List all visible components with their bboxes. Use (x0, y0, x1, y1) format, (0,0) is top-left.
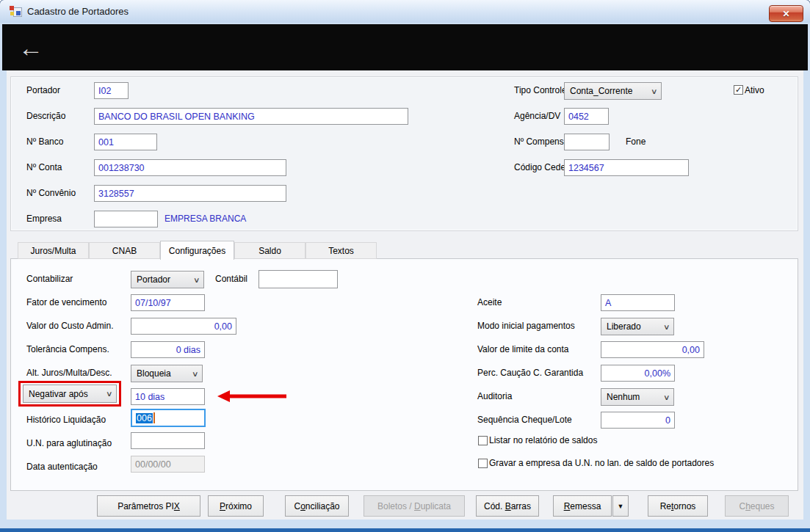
contabilizar-select[interactable]: Portador ∨ (131, 271, 204, 288)
limite-conta-input[interactable]: 0,00 (601, 341, 704, 358)
chevron-down-icon: ∨ (663, 393, 670, 401)
empresa-label: Empresa (26, 211, 62, 227)
annotation-arrow (217, 389, 287, 404)
un-aglutinacao-input[interactable] (131, 432, 205, 449)
n-banco-input[interactable]: 001 (94, 134, 157, 150)
contabil-input[interactable] (258, 270, 338, 288)
caret-down-icon: ▼ (618, 503, 624, 510)
custo-admin-input[interactable]: 0,00 (131, 318, 236, 335)
modo-inicial-select[interactable]: Liberado ∨ (601, 318, 674, 335)
listar-saldos-label: Listar no relatório de saldos (489, 434, 597, 448)
n-convenio-input[interactable]: 3128557 (94, 185, 286, 202)
historico-liquidacao-input[interactable]: 006 (131, 409, 206, 427)
check-icon: ✓ (735, 85, 742, 94)
contabil-label: Contábil (215, 271, 247, 288)
fator-vencimento-label: Fator de vencimento (26, 294, 106, 311)
tipo-controle-label: Tipo Controle (514, 82, 567, 99)
sequencia-cheque-input[interactable]: 0 (601, 412, 675, 429)
text-caret (153, 412, 155, 423)
negativar-dias-input[interactable]: 10 dias (131, 388, 205, 405)
sequencia-cheque-label: Sequência Cheque/Lote (477, 412, 572, 429)
auditoria-label: Auditoria (477, 388, 512, 405)
gravar-empresa-label: Gravar a empresa da U.N. no lan. de sald… (489, 456, 714, 470)
app-icon (10, 5, 21, 17)
back-button[interactable]: ← (18, 35, 43, 60)
title-bar: Cadastro de Portadores ✕ (0, 0, 810, 23)
limite-conta-label: Valor de limite da conta (477, 341, 569, 358)
agencia-label: Agência/DV (514, 108, 560, 125)
fator-vencimento-input[interactable]: 07/10/97 (131, 294, 205, 311)
back-arrow-icon: ← (18, 34, 43, 62)
tab-cnab[interactable]: CNAB (89, 242, 160, 259)
tab-saldo[interactable]: Saldo (234, 242, 305, 259)
caucao-input[interactable]: 0,00% (601, 365, 675, 382)
tab-juros-multa[interactable]: Juros/Multa (18, 242, 89, 259)
parametros-pix-button[interactable]: Parâmetros PIX (97, 495, 200, 517)
n-banco-label: Nº Banco (26, 134, 63, 150)
cheques-button: Cheques (725, 495, 789, 517)
ativo-checkbox[interactable]: ✓ (734, 85, 743, 95)
top-panel (10, 76, 798, 231)
close-icon: ✕ (782, 9, 789, 19)
tolerancia-label: Tolerância Compens. (26, 341, 109, 358)
retornos-button[interactable]: Retornos (648, 495, 708, 517)
tipo-controle-select[interactable]: Conta_Corrente ∨ (564, 82, 662, 100)
alt-juros-select[interactable]: Bloqueia ∨ (131, 365, 203, 382)
proximo-button[interactable]: Próximo (208, 495, 264, 517)
tab-configuracoes[interactable]: Configurações (160, 241, 234, 260)
remessa-split-button[interactable]: ▼ (612, 495, 629, 517)
chevron-down-icon: ∨ (192, 370, 199, 378)
data-autenticacao-input: 00/00/00 (131, 456, 205, 473)
contabilizar-label: Contabilizar (26, 271, 73, 288)
cadastro-portadores-window: Cadastro de Portadores ✕ ← Portador I02 … (0, 0, 810, 532)
annotation-highlight-box (18, 381, 121, 407)
portador-label: Portador (26, 82, 60, 99)
portador-input[interactable]: I02 (94, 82, 129, 99)
chevron-down-icon: ∨ (651, 87, 658, 95)
boletos-duplicata-button: Boletos / Duplicata (364, 495, 465, 517)
caucao-label: Perc. Caução C. Garantida (477, 365, 583, 382)
listar-saldos-checkbox[interactable] (478, 436, 488, 445)
tolerancia-input[interactable]: 0 dias (131, 341, 205, 358)
n-conta-label: Nº Conta (26, 159, 62, 176)
un-aglutinacao-label: U.N. para aglutinação (26, 435, 112, 452)
data-autenticacao-label: Data autenticação (26, 459, 98, 475)
n-conta-input[interactable]: 001238730 (94, 159, 286, 176)
gravar-empresa-checkbox[interactable] (478, 459, 488, 468)
tab-textos[interactable]: Textos (305, 242, 377, 259)
header-toolbar: ← (2, 24, 808, 70)
auditoria-select[interactable]: Nenhum ∨ (601, 388, 674, 406)
chevron-down-icon: ∨ (663, 323, 670, 331)
ativo-label: Ativo (745, 82, 764, 99)
conciliacao-button[interactable]: Conciliação (285, 495, 349, 517)
window-bottom-edge (0, 528, 810, 532)
modo-inicial-label: Modo inicial pagamentos (477, 318, 575, 335)
descricao-label: Descrição (26, 108, 65, 125)
window-title: Cadastro de Portadores (27, 6, 129, 17)
cod-barras-button[interactable]: Cód. Barras (476, 495, 539, 517)
aceite-label: Aceite (477, 294, 502, 311)
cedente-input[interactable]: 1234567 (564, 159, 689, 176)
aceite-input[interactable]: A (601, 294, 675, 311)
agencia-input[interactable]: 0452 (564, 108, 609, 125)
remessa-button[interactable]: Remessa (553, 495, 612, 517)
chevron-down-icon: ∨ (193, 276, 200, 284)
n-convenio-label: Nº Convênio (26, 185, 76, 202)
custo-admin-label: Valor do Custo Admin. (26, 318, 114, 335)
compensacao-input[interactable] (564, 134, 610, 150)
historico-liquidacao-label: Histórico Liquidação (26, 412, 106, 429)
close-button[interactable]: ✕ (769, 5, 803, 22)
alt-juros-label: Alt. Juros/Multa/Desc. (26, 365, 112, 382)
fone-label: Fone (626, 134, 646, 150)
empresa-input[interactable] (94, 211, 158, 227)
empresa-nome-label: EMPRESA BRANCA (164, 211, 246, 227)
descricao-input[interactable]: BANCO DO BRASIL OPEN BANKING (94, 108, 408, 125)
